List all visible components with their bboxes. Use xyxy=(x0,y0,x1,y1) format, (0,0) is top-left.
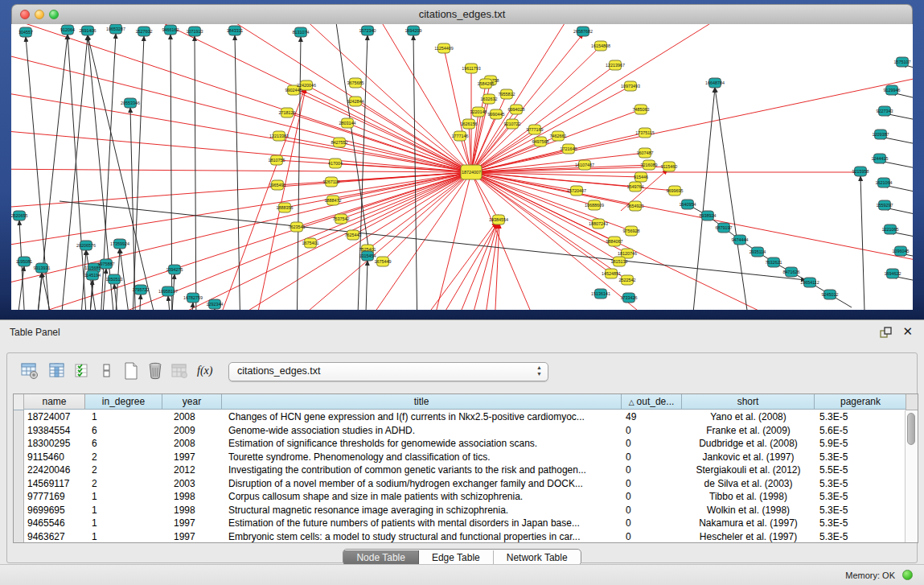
graph-node[interactable]: 3675685 xyxy=(347,78,364,88)
vertical-scrollbar[interactable] xyxy=(905,410,918,542)
graph-node[interactable]: 16154808 xyxy=(591,41,610,51)
scrollbar-thumb[interactable] xyxy=(907,413,915,445)
float-window-icon[interactable] xyxy=(879,326,892,339)
graph-node[interactable]: 20553346 xyxy=(121,98,140,108)
tab-edge-table[interactable]: Edge Table xyxy=(419,550,494,565)
graph-node[interactable]: 1815132 xyxy=(611,257,628,266)
graph-node[interactable]: 915446 xyxy=(634,172,648,182)
graph-node[interactable]: 1640954 xyxy=(680,200,696,209)
graph-node[interactable]: 20206576 xyxy=(76,241,96,250)
graph-node[interactable]: 1292344 xyxy=(207,299,224,309)
import-table-icon[interactable] xyxy=(170,361,189,381)
graph-node[interactable]: 1626156 xyxy=(461,119,478,129)
graph-node[interactable]: 2522542 xyxy=(619,275,636,285)
graph-node[interactable]: 1221065 xyxy=(882,225,899,234)
graph-node[interactable]: 7955812 xyxy=(499,89,515,99)
graph-node[interactable]: 26587682 xyxy=(573,27,593,36)
graph-node[interactable]: 1575107 xyxy=(894,57,911,67)
graph-node[interactable]: 17359924 xyxy=(110,239,129,249)
function-builder-icon[interactable]: f(x) xyxy=(197,361,216,381)
graph-node[interactable]: 1843311 xyxy=(227,26,244,35)
graph-node[interactable]: 9884067 xyxy=(606,237,623,246)
graph-node[interactable]: 9115460 xyxy=(661,162,678,171)
graph-node[interactable]: 2935114 xyxy=(749,247,766,257)
graph-node[interactable]: 1584265 xyxy=(478,79,495,89)
new-table-icon[interactable] xyxy=(121,361,141,381)
graph-node[interactable]: 1721640 xyxy=(561,144,577,154)
graph-node[interactable]: 9245012 xyxy=(822,290,839,299)
graph-node[interactable]: 912064 xyxy=(60,25,75,35)
graph-node[interactable]: 10688609 xyxy=(585,200,604,210)
table-row[interactable]: 946362711997Embryonic stem cells: a mode… xyxy=(24,530,906,544)
graph-node[interactable]: 1244415 xyxy=(872,154,889,163)
graph-node[interactable]: 1810755 xyxy=(269,155,285,165)
graph-node[interactable]: 11254409 xyxy=(434,43,454,53)
graph-node[interactable]: 1694209 xyxy=(405,26,422,35)
table-row[interactable]: 2242004622012Investigating the contribut… xyxy=(24,463,906,477)
graph-node[interactable]: 1675449 xyxy=(375,257,392,266)
graph-node[interactable]: 9129946 xyxy=(884,85,901,95)
column-header-name[interactable]: name xyxy=(24,394,85,410)
graph-node[interactable]: 18807243 xyxy=(589,219,608,229)
graph-node[interactable]: 1549764 xyxy=(627,182,644,192)
select-all-icon[interactable] xyxy=(73,361,92,381)
graph-node[interactable]: 1145194 xyxy=(84,270,101,280)
graph-node[interactable]: 304557 xyxy=(18,27,33,37)
graph-node[interactable]: 9242844 xyxy=(347,97,364,106)
graph-node[interactable]: 1795722 xyxy=(133,285,150,295)
graph-node[interactable]: 9313931 xyxy=(34,263,51,273)
graph-node[interactable]: 3220148 xyxy=(470,107,487,117)
graph-node[interactable]: 10653287 xyxy=(106,24,125,34)
graph-node[interactable]: 9210722 xyxy=(504,119,521,129)
graph-node[interactable]: 19384554 xyxy=(489,215,508,225)
graph-node[interactable]: 9699695 xyxy=(667,186,684,196)
graph-node[interactable]: 9975887 xyxy=(98,259,115,269)
graph-node[interactable]: 1350513 xyxy=(106,274,123,284)
table-row[interactable]: 969969511998Structural magnetic resonanc… xyxy=(24,504,906,517)
graph-node[interactable]: 6497568 xyxy=(532,137,549,146)
graph-node[interactable]: 7485063 xyxy=(633,105,650,114)
network-select-dropdown[interactable]: citations_edges.txt ▲▼ xyxy=(228,362,548,381)
graph-node[interactable]: 7623541 xyxy=(289,222,306,232)
graph-node[interactable]: 7632621 xyxy=(766,257,782,267)
graph-node[interactable]: 9466162 xyxy=(162,25,179,35)
table-row[interactable]: 911546021997Tourette syndrome. Phenomeno… xyxy=(24,451,906,464)
table-row[interactable]: 1456911722003Disruption of a novel membe… xyxy=(24,477,906,491)
memory-ok-indicator[interactable] xyxy=(902,570,913,580)
graph-node[interactable]: 9267110 xyxy=(323,177,340,187)
graph-node[interactable]: 9756928 xyxy=(623,226,640,236)
graph-node[interactable]: 9990445 xyxy=(488,109,505,119)
table-row[interactable]: 946554611997Estimation of the future num… xyxy=(24,517,906,530)
graph-node[interactable]: 19611793 xyxy=(462,64,481,73)
graph-node[interactable]: 17375115 xyxy=(635,128,655,138)
graph-node[interactable]: 1733426 xyxy=(621,293,638,303)
table-row[interactable]: 977716911998Corpus callosum shape and si… xyxy=(24,490,906,504)
graph-node[interactable]: 7537542 xyxy=(333,214,350,224)
close-panel-icon[interactable]: ✕ xyxy=(902,324,913,339)
graph-node[interactable]: 7625443 xyxy=(345,230,362,240)
graph-node[interactable]: 16782759 xyxy=(183,293,203,303)
graph-node[interactable]: 2803144 xyxy=(339,118,356,128)
graph-node[interactable]: 1572340 xyxy=(359,26,376,35)
graph-node[interactable]: 1315454 xyxy=(359,251,376,261)
tab-network-table[interactable]: Network Table xyxy=(494,550,581,565)
graph-node[interactable]: 1621064 xyxy=(876,178,893,187)
column-header-short[interactable]: short xyxy=(682,394,815,410)
graph-node[interactable]: 1888472 xyxy=(325,196,342,205)
tab-node-table[interactable]: Node Table xyxy=(343,550,419,565)
column-header-pagerank[interactable]: pagerank xyxy=(815,394,907,410)
graph-node[interactable]: 3216089 xyxy=(641,160,658,170)
graph-node[interactable]: 9654923 xyxy=(627,201,644,211)
column-header-year[interactable]: year xyxy=(162,394,222,410)
graph-node[interactable]: 14524851 xyxy=(602,269,621,278)
graph-node[interactable]: 1632632 xyxy=(481,94,498,104)
table-settings-icon[interactable] xyxy=(20,361,39,381)
graph-node[interactable]: 6994028 xyxy=(508,105,525,114)
delete-table-icon[interactable] xyxy=(146,361,165,381)
table-column-icon[interactable] xyxy=(47,361,67,381)
graph-node[interactable]: 9474444 xyxy=(732,235,749,245)
graph-node[interactable]: 1527602 xyxy=(136,27,153,36)
graph-node[interactable]: 1888356 xyxy=(277,203,294,212)
graph-node[interactable]: 9215958 xyxy=(852,167,869,176)
graph-node[interactable]: 16107487 xyxy=(575,160,594,170)
